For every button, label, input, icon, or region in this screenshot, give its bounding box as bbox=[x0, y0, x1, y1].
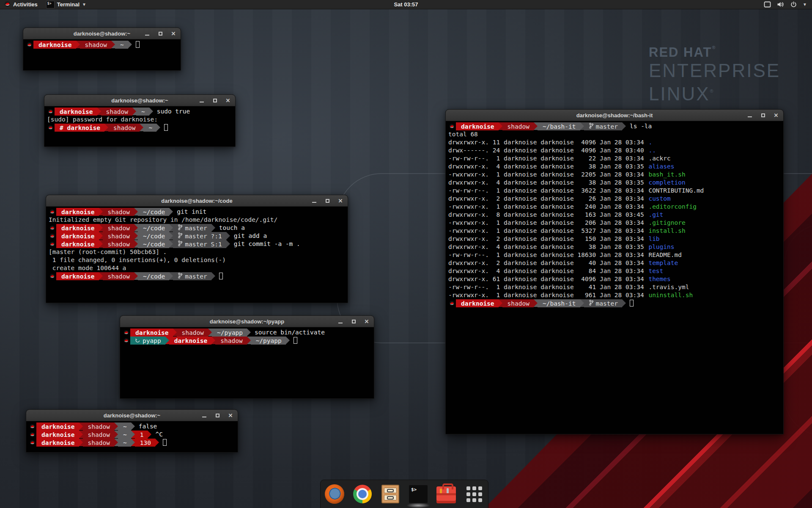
app-menu-terminal[interactable]: $> Terminal ▼ bbox=[42, 0, 91, 9]
output-text: create mode 100644 a bbox=[48, 264, 126, 272]
prompt-segment-user: darknoise bbox=[56, 272, 99, 280]
minimize-button[interactable] bbox=[199, 98, 205, 104]
segment-arrow bbox=[580, 299, 584, 307]
terminal-window-exitcodes[interactable]: darknoise@shadow:~✕darknoiseshadow~false… bbox=[26, 409, 238, 453]
file-name: CONTRIBUTING.md bbox=[647, 187, 704, 195]
file-name: lib bbox=[647, 235, 659, 243]
terminal-content[interactable]: darknoiseshadow~sudo true[sudo] password… bbox=[44, 106, 235, 146]
close-button[interactable]: ✕ bbox=[170, 31, 176, 37]
segment-arrow bbox=[622, 122, 626, 130]
terminal-window-pyapp[interactable]: darknoise@shadow:~/pyapp✕darknoiseshadow… bbox=[120, 315, 374, 399]
redhat-prompt-icon bbox=[46, 124, 55, 132]
minimize-icon bbox=[145, 35, 149, 36]
redhat-prompt-icon bbox=[48, 224, 56, 232]
system-status-area[interactable]: ▼ bbox=[764, 1, 812, 8]
prompt-segment-git: master bbox=[584, 299, 622, 307]
terminal-content[interactable]: darknoiseshadow~/bash-itmasterls -latota… bbox=[446, 121, 783, 434]
terminal-content[interactable]: darknoiseshadow~ bbox=[23, 39, 181, 70]
terminal-line: drwxrwxr-x. 2 darknoise darknoise 40 Jan… bbox=[447, 259, 783, 267]
command-text: false bbox=[139, 422, 157, 431]
terminal-line: darknoiseshadow~130 bbox=[28, 439, 238, 447]
segment-arrow bbox=[247, 337, 251, 344]
prompt-segment-user: # darknoise bbox=[55, 124, 104, 132]
minimize-button[interactable] bbox=[144, 31, 150, 37]
segment-arrow bbox=[134, 224, 138, 232]
segment-arrow bbox=[134, 208, 138, 215]
terminal-line: darknoiseshadow~sudo true bbox=[46, 108, 235, 116]
terminal-content[interactable]: darknoiseshadow~/pyappsource bin/activat… bbox=[120, 327, 374, 398]
close-button[interactable]: ✕ bbox=[773, 113, 779, 119]
terminal-line: -rwxrwxr-x. 1 darknoise darknoise 961 Ja… bbox=[447, 291, 783, 299]
window-title: darknoise@shadow:~ bbox=[111, 97, 168, 104]
maximize-button[interactable] bbox=[214, 413, 220, 419]
close-button[interactable]: ✕ bbox=[364, 319, 370, 325]
segment-arrow bbox=[114, 422, 118, 430]
close-button[interactable]: ✕ bbox=[228, 413, 233, 419]
segment-arrow bbox=[134, 240, 138, 248]
minimize-button[interactable] bbox=[201, 413, 207, 419]
file-name: install.sh bbox=[647, 227, 685, 235]
window-titlebar[interactable]: darknoise@shadow:~✕ bbox=[26, 410, 238, 421]
terminal-line: -rw-rw-r--. 1 darknoise darknoise 22 Jan… bbox=[447, 155, 783, 163]
terminal-line: -rwxrwxr-x. 1 darknoise darknoise 206 Ja… bbox=[447, 219, 783, 227]
output-text: drwxrwxr-x. 4 darknoise darknoise 38 Jan… bbox=[447, 179, 647, 187]
terminal-cursor bbox=[136, 41, 140, 48]
segment-arrow bbox=[211, 337, 215, 344]
prompt-segment-git: master S:1 bbox=[173, 240, 226, 248]
prompt-segment-exit: 1 bbox=[135, 431, 148, 439]
segment-arrow bbox=[173, 329, 177, 336]
close-button[interactable]: ✕ bbox=[337, 198, 343, 204]
segment-arrow bbox=[114, 439, 118, 446]
terminal-window-bash-it[interactable]: darknoise@shadow:~/bash-it✕darknoiseshad… bbox=[445, 109, 784, 434]
prompt-segment-path: ~ bbox=[136, 108, 149, 116]
chevron-down-icon: ▼ bbox=[82, 2, 86, 7]
terminal-line: drwxrwxr-x. 2 darknoise darknoise 26 Jan… bbox=[447, 195, 783, 203]
segment-arrow bbox=[128, 41, 132, 48]
terminal-content[interactable]: darknoiseshadow~falsedarknoiseshadow~1^C… bbox=[26, 421, 238, 452]
dock-item-appgrid[interactable] bbox=[464, 484, 484, 504]
command-text: ^C bbox=[155, 431, 162, 439]
minimize-button[interactable] bbox=[337, 319, 343, 325]
clock[interactable]: Sat 03:57 bbox=[394, 1, 418, 8]
terminal-content[interactable]: darknoiseshadow~/codegit initInitialized… bbox=[46, 207, 348, 303]
terminal-line: darknoiseshadow~/bash-itmaster bbox=[447, 299, 783, 307]
prompt-segment-user: darknoise bbox=[55, 108, 97, 116]
maximize-button[interactable] bbox=[157, 31, 163, 37]
app-grid-icon bbox=[466, 486, 482, 502]
window-titlebar[interactable]: darknoise@shadow:~✕ bbox=[23, 28, 181, 39]
window-titlebar[interactable]: darknoise@shadow:~/pyapp✕ bbox=[120, 316, 374, 327]
dock-item-files[interactable] bbox=[380, 484, 401, 504]
segment-arrow bbox=[140, 124, 143, 131]
maximize-button[interactable] bbox=[760, 113, 766, 119]
terminal-line: drwxrwxr-x. 11 darknoise darknoise 4096 … bbox=[447, 138, 783, 146]
maximize-button[interactable] bbox=[324, 198, 330, 204]
activities-button[interactable]: Activities bbox=[0, 0, 42, 9]
segment-arrow bbox=[134, 272, 138, 280]
window-titlebar[interactable]: darknoise@shadow:~/code✕ bbox=[46, 195, 348, 207]
dock-item-toolbox[interactable] bbox=[436, 484, 456, 504]
terminal-window-sudo[interactable]: darknoise@shadow:~✕darknoiseshadow~sudo … bbox=[44, 94, 236, 147]
dock-item-terminal[interactable]: $> bbox=[408, 484, 428, 504]
dock-item-firefox[interactable] bbox=[324, 484, 345, 504]
minimize-button[interactable] bbox=[311, 198, 317, 204]
terminal-window-home-small[interactable]: darknoise@shadow:~✕darknoiseshadow~ bbox=[23, 28, 181, 71]
minimize-button[interactable] bbox=[747, 113, 753, 119]
prompt-segment-host: shadow bbox=[103, 232, 134, 240]
window-titlebar[interactable]: darknoise@shadow:~✕ bbox=[44, 95, 235, 106]
terminal-line: total 68 bbox=[447, 130, 783, 138]
terminal-line: darknoiseshadow~/codemaster bbox=[48, 272, 348, 280]
git-branch-icon bbox=[178, 224, 182, 232]
prompt-segment-host: shadow bbox=[83, 431, 114, 439]
segment-arrow bbox=[580, 122, 584, 130]
maximize-button[interactable] bbox=[351, 319, 357, 325]
brand-line2: ENTERPRISE bbox=[649, 60, 780, 81]
terminal-window-code[interactable]: darknoise@shadow:~/code✕darknoiseshadow~… bbox=[46, 195, 348, 303]
close-button[interactable]: ✕ bbox=[225, 98, 231, 104]
dock-item-chrome[interactable] bbox=[352, 484, 373, 504]
maximize-button[interactable] bbox=[212, 98, 218, 104]
redhat-prompt-icon bbox=[28, 439, 36, 447]
window-titlebar[interactable]: darknoise@shadow:~/bash-it✕ bbox=[446, 110, 783, 121]
terminal-line: -rw-rw-r--. 1 darknoise darknoise 41 Jan… bbox=[447, 283, 783, 291]
terminal-line: [sudo] password for darknoise: bbox=[46, 116, 235, 124]
window-title: darknoise@shadow:~ bbox=[74, 30, 130, 37]
